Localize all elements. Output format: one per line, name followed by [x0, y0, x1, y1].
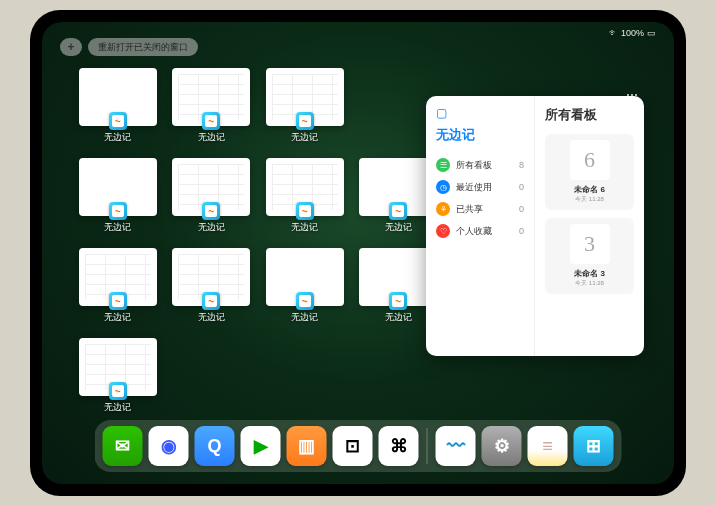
thumb-preview — [79, 248, 157, 306]
window-label: 无边记 — [198, 221, 225, 234]
window-thumb[interactable]: 无边记 — [265, 248, 345, 324]
thumb-preview — [172, 68, 250, 126]
thumb-preview — [172, 248, 250, 306]
battery-label: 100% — [621, 28, 644, 38]
window-thumb[interactable]: 无边记 — [172, 68, 252, 144]
add-window-button[interactable]: + — [60, 38, 82, 56]
window-label: 无边记 — [104, 221, 131, 234]
sidebar-item-label: 所有看板 — [456, 159, 492, 172]
dock-dice-icon[interactable]: ⊡ — [333, 426, 373, 466]
window-label: 无边记 — [385, 311, 412, 324]
dock: ✉◉Q▶▥⊡⌘〰⚙≡⊞ — [95, 420, 622, 472]
freeform-app-icon — [109, 202, 127, 220]
dock-wechat-icon[interactable]: ✉ — [103, 426, 143, 466]
sidebar-item-label: 已共享 — [456, 203, 483, 216]
window-menu-button[interactable]: ⋯ — [626, 88, 640, 102]
sidebar-item-label: 最近使用 — [456, 181, 492, 194]
freeform-app-icon — [109, 382, 127, 400]
window-label: 无边记 — [198, 131, 225, 144]
sidebar-item[interactable]: ♡个人收藏0 — [436, 220, 524, 242]
app-title: 无边记 — [436, 126, 524, 144]
board-card[interactable]: 6未命名 6今天 11:28 — [545, 134, 634, 210]
sidebar-item[interactable]: ⚘已共享0 — [436, 198, 524, 220]
stage-manager-topbar: + 重新打开已关闭的窗口 — [60, 38, 198, 56]
freeform-app-icon — [296, 292, 314, 310]
ipad-frame: ᯤ 100% ▭ + 重新打开已关闭的窗口 无边记无边记无边记无边记无边记无边记… — [30, 10, 686, 496]
window-label: 无边记 — [291, 311, 318, 324]
section-title: 所有看板 — [545, 106, 634, 124]
thumb-preview — [266, 248, 344, 306]
dock-folder-icon[interactable]: ⊞ — [574, 426, 614, 466]
sidebar-item-icon: ☰ — [436, 158, 450, 172]
status-bar: ᯤ 100% ▭ — [609, 28, 656, 38]
dock-notes-icon[interactable]: ≡ — [528, 426, 568, 466]
dock-separator — [427, 428, 428, 464]
thumb-preview — [79, 338, 157, 396]
window-thumb[interactable]: 无边记 — [172, 158, 252, 234]
window-thumb[interactable]: 无边记 — [265, 68, 345, 144]
thumb-preview — [172, 158, 250, 216]
window-thumb[interactable]: 无边记 — [265, 158, 345, 234]
dock-books-icon[interactable]: ▥ — [287, 426, 327, 466]
board-time: 今天 11:28 — [551, 279, 628, 288]
sidebar-item-count: 8 — [519, 160, 524, 170]
sidebar: ▢ 无边记 ☰所有看板8◷最近使用0⚘已共享0♡个人收藏0 — [426, 96, 535, 356]
sidebar-item-icon: ⚘ — [436, 202, 450, 216]
sidebar-item-icon: ◷ — [436, 180, 450, 194]
thumb-preview — [266, 68, 344, 126]
sidebar-item-label: 个人收藏 — [456, 225, 492, 238]
window-thumb[interactable]: 无边记 — [78, 248, 158, 324]
window-thumb[interactable]: 无边记 — [172, 248, 252, 324]
sidebar-item-count: 0 — [519, 226, 524, 236]
sidebar-item[interactable]: ☰所有看板8 — [436, 154, 524, 176]
board-preview: 3 — [570, 224, 610, 264]
freeform-app-icon — [389, 292, 407, 310]
screen: ᯤ 100% ▭ + 重新打开已关闭的窗口 无边记无边记无边记无边记无边记无边记… — [42, 22, 674, 484]
dock-browser-icon[interactable]: Q — [195, 426, 235, 466]
window-thumb[interactable]: 无边记 — [78, 68, 158, 144]
board-preview: 6 — [570, 140, 610, 180]
freeform-app-icon — [202, 112, 220, 130]
sidebar-item-count: 0 — [519, 204, 524, 214]
window-label: 无边记 — [291, 221, 318, 234]
window-label: 无边记 — [104, 131, 131, 144]
freeform-app-icon — [296, 112, 314, 130]
freeform-app-icon — [202, 292, 220, 310]
freeform-app-icon — [109, 292, 127, 310]
window-grid: 无边记无边记无边记无边记无边记无边记无边记无边记无边记无边记无边记无边记 — [78, 68, 438, 414]
freeform-app-icon — [296, 202, 314, 220]
freeform-app-icon — [109, 112, 127, 130]
board-name: 未命名 6 — [551, 184, 628, 195]
sidebar-toggle-icon[interactable]: ▢ — [436, 106, 524, 120]
dock-freeform-icon[interactable]: 〰 — [436, 426, 476, 466]
dock-settings-icon[interactable]: ⚙ — [482, 426, 522, 466]
freeform-app-window[interactable]: ⋯ ▢ 无边记 ☰所有看板8◷最近使用0⚘已共享0♡个人收藏0 所有看板 6未命… — [426, 96, 644, 356]
battery-icon: ▭ — [647, 28, 656, 38]
window-thumb[interactable]: 无边记 — [78, 338, 158, 414]
content-area: 所有看板 6未命名 6今天 11:283未命名 3今天 11:28 — [535, 96, 644, 356]
window-label: 无边记 — [385, 221, 412, 234]
window-label: 无边记 — [104, 401, 131, 414]
board-time: 今天 11:28 — [551, 195, 628, 204]
window-label: 无边记 — [104, 311, 131, 324]
freeform-app-icon — [202, 202, 220, 220]
thumb-preview — [266, 158, 344, 216]
window-thumb[interactable]: 无边记 — [78, 158, 158, 234]
sidebar-item[interactable]: ◷最近使用0 — [436, 176, 524, 198]
dock-graph-icon[interactable]: ⌘ — [379, 426, 419, 466]
board-name: 未命名 3 — [551, 268, 628, 279]
wifi-icon: ᯤ — [609, 28, 618, 38]
reopen-closed-button[interactable]: 重新打开已关闭的窗口 — [88, 38, 198, 56]
sidebar-item-count: 0 — [519, 182, 524, 192]
window-label: 无边记 — [198, 311, 225, 324]
dock-play-icon[interactable]: ▶ — [241, 426, 281, 466]
board-card[interactable]: 3未命名 3今天 11:28 — [545, 218, 634, 294]
window-label: 无边记 — [291, 131, 318, 144]
thumb-preview — [79, 68, 157, 126]
thumb-preview — [79, 158, 157, 216]
freeform-app-icon — [389, 202, 407, 220]
sidebar-item-icon: ♡ — [436, 224, 450, 238]
dock-quark-icon[interactable]: ◉ — [149, 426, 189, 466]
